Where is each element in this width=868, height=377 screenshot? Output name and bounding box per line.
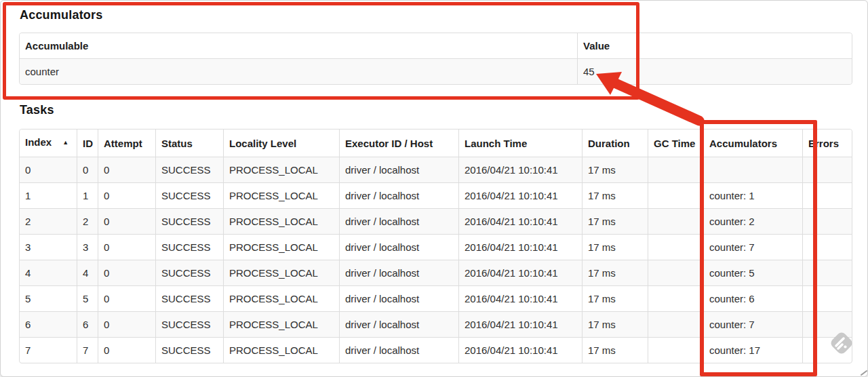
cell-locality-level: PROCESS_LOCAL [223,285,339,311]
task-row: 440SUCCESSPROCESS_LOCALdriver / localhos… [20,260,852,285]
cell-errors [802,208,852,234]
cell-launch-time: 2016/04/21 10:10:41 [458,285,582,311]
column-header-id[interactable]: ID [77,130,98,157]
cell-errors [802,157,852,182]
task-row: 000SUCCESSPROCESS_LOCALdriver / localhos… [20,157,852,182]
cell-locality-level: PROCESS_LOCAL [223,260,339,285]
pencil-tip-mark-icon [859,368,868,377]
cell-status: SUCCESS [155,285,223,311]
cell-launch-time: 2016/04/21 10:10:41 [458,208,582,234]
accumulable-value-cell: 45 [577,58,852,84]
cell-attempt: 0 [98,234,155,260]
cell-gc-time [648,311,703,337]
column-header-errors[interactable]: Errors [802,130,852,157]
cell-status: SUCCESS [155,182,223,208]
cell-id: 6 [77,311,98,337]
cell-index: 3 [20,234,77,260]
page: Accumulators Accumulable Value counter 4… [0,0,868,377]
cell-status: SUCCESS [155,234,223,260]
cell-duration: 17 ms [582,311,648,337]
accumulators-table: Accumulable Value counter 45 [19,33,852,85]
cell-accumulators: counter: 1 [703,182,802,208]
cell-index: 7 [20,337,77,363]
task-row: 220SUCCESSPROCESS_LOCALdriver / localhos… [20,208,852,234]
column-header-attempt[interactable]: Attempt [98,130,155,157]
cell-launch-time: 2016/04/21 10:10:41 [458,182,582,208]
cell-errors [802,285,852,311]
cell-index: 0 [20,157,77,182]
cell-id: 4 [77,260,98,285]
cell-launch-time: 2016/04/21 10:10:41 [458,157,582,182]
cell-accumulators: counter: 7 [703,311,802,337]
cell-errors [802,182,852,208]
cell-status: SUCCESS [155,260,223,285]
cell-index: 4 [20,260,77,285]
cell-duration: 17 ms [582,234,648,260]
cell-index: 5 [20,285,77,311]
cell-id: 5 [77,285,98,311]
column-header-launch-time[interactable]: Launch Time [458,130,582,157]
accumulators-header-row: Accumulable Value [20,33,852,58]
cell-duration: 17 ms [582,337,648,363]
cell-duration: 17 ms [582,208,648,234]
cell-executor: driver / localhost [339,260,458,285]
cell-locality-level: PROCESS_LOCAL [223,208,339,234]
sort-ascending-icon: ▲ [62,139,68,146]
task-row: 330SUCCESSPROCESS_LOCALdriver / localhos… [20,234,852,260]
cell-executor: driver / localhost [339,208,458,234]
task-row: 770SUCCESSPROCESS_LOCALdriver / localhos… [20,337,852,363]
cell-attempt: 0 [98,157,155,182]
column-header-index[interactable]: Index▲ [20,130,77,157]
cell-executor: driver / localhost [339,157,458,182]
accumulator-row: counter 45 [20,58,852,84]
cell-status: SUCCESS [155,157,223,182]
column-header-duration[interactable]: Duration [582,130,648,157]
cell-attempt: 0 [98,337,155,363]
accumulators-heading: Accumulators [20,8,102,22]
cell-attempt: 0 [98,182,155,208]
cell-launch-time: 2016/04/21 10:10:41 [458,234,582,260]
cell-gc-time [648,285,703,311]
cell-attempt: 0 [98,208,155,234]
tasks-header-row: Index▲ ID Attempt Status Locality Level … [20,130,852,157]
task-row: 550SUCCESSPROCESS_LOCALdriver / localhos… [20,285,852,311]
cell-launch-time: 2016/04/21 10:10:41 [458,337,582,363]
cell-errors [802,260,852,285]
cell-locality-level: PROCESS_LOCAL [223,157,339,182]
cell-gc-time [648,337,703,363]
cell-id: 1 [77,182,98,208]
cell-launch-time: 2016/04/21 10:10:41 [458,311,582,337]
cell-duration: 17 ms [582,157,648,182]
column-header-locality-level[interactable]: Locality Level [223,130,339,157]
cell-accumulators: counter: 6 [703,285,802,311]
cell-gc-time [648,157,703,182]
cell-executor: driver / localhost [339,182,458,208]
column-header-status[interactable]: Status [155,130,223,157]
column-header-gc-time[interactable]: GC Time [648,130,703,157]
value-column-header: Value [577,33,852,58]
cell-duration: 17 ms [582,260,648,285]
cell-index: 6 [20,311,77,337]
column-header-index-label: Index [25,136,52,148]
tasks-table: Index▲ ID Attempt Status Locality Level … [19,129,852,363]
task-row: 110SUCCESSPROCESS_LOCALdriver / localhos… [20,182,852,208]
cell-errors [802,234,852,260]
cell-status: SUCCESS [155,311,223,337]
cell-executor: driver / localhost [339,311,458,337]
cell-gc-time [648,234,703,260]
cell-index: 2 [20,208,77,234]
cell-executor: driver / localhost [339,337,458,363]
cell-id: 7 [77,337,98,363]
cell-attempt: 0 [98,260,155,285]
cell-id: 3 [77,234,98,260]
cell-status: SUCCESS [155,337,223,363]
cell-locality-level: PROCESS_LOCAL [223,311,339,337]
cell-accumulators: counter: 17 [703,337,802,363]
column-header-accumulators[interactable]: Accumulators [703,130,802,157]
accumulable-name-cell: counter [20,58,577,84]
cell-locality-level: PROCESS_LOCAL [223,337,339,363]
cell-gc-time [648,182,703,208]
cell-accumulators: counter: 2 [703,208,802,234]
column-header-executor-id-host[interactable]: Executor ID / Host [339,130,458,157]
tasks-heading: Tasks [20,103,54,117]
